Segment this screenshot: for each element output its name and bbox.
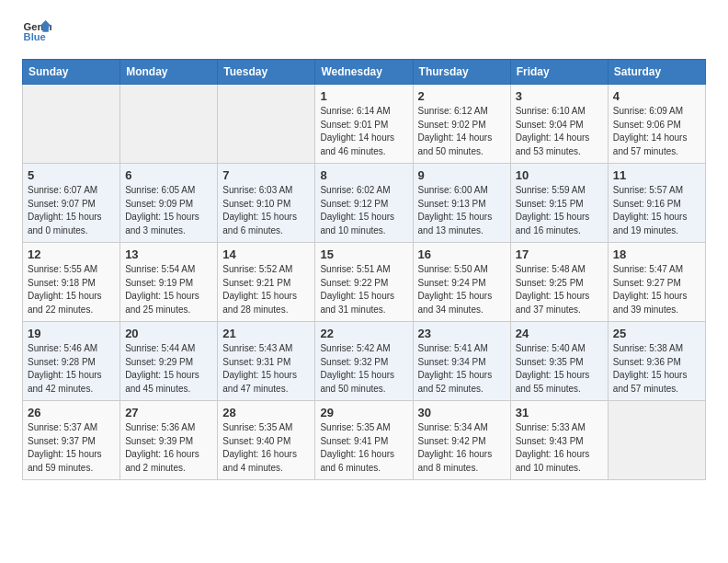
calendar-day-cell: 1Sunrise: 6:14 AM Sunset: 9:01 PM Daylig… xyxy=(315,85,413,164)
calendar-day-cell: 21Sunrise: 5:43 AM Sunset: 9:31 PM Dayli… xyxy=(218,322,315,401)
day-info: Sunrise: 5:46 AM Sunset: 9:28 PM Dayligh… xyxy=(28,342,115,396)
calendar-day-cell: 3Sunrise: 6:10 AM Sunset: 9:04 PM Daylig… xyxy=(510,85,608,164)
logo-icon: General Blue xyxy=(22,18,51,44)
day-info: Sunrise: 5:33 AM Sunset: 9:43 PM Dayligh… xyxy=(516,421,603,475)
day-info: Sunrise: 5:37 AM Sunset: 9:37 PM Dayligh… xyxy=(28,421,115,475)
day-info: Sunrise: 5:42 AM Sunset: 9:32 PM Dayligh… xyxy=(320,342,407,396)
calendar-week-row: 12Sunrise: 5:55 AM Sunset: 9:18 PM Dayli… xyxy=(23,243,706,322)
day-info: Sunrise: 5:38 AM Sunset: 9:36 PM Dayligh… xyxy=(613,342,700,396)
day-info: Sunrise: 5:50 AM Sunset: 9:24 PM Dayligh… xyxy=(418,263,506,316)
calendar-day-cell: 31Sunrise: 5:33 AM Sunset: 9:43 PM Dayli… xyxy=(510,401,608,480)
weekday-header-row: SundayMondayTuesdayWednesdayThursdayFrid… xyxy=(23,60,706,85)
calendar-day-cell: 14Sunrise: 5:52 AM Sunset: 9:21 PM Dayli… xyxy=(218,243,315,322)
calendar-week-row: 19Sunrise: 5:46 AM Sunset: 9:28 PM Dayli… xyxy=(23,322,706,401)
weekday-header-friday: Friday xyxy=(510,60,608,85)
day-number: 4 xyxy=(613,89,700,103)
day-number: 15 xyxy=(320,247,407,261)
day-info: Sunrise: 5:52 AM Sunset: 9:21 PM Dayligh… xyxy=(222,263,310,316)
day-info: Sunrise: 5:59 AM Sunset: 9:15 PM Dayligh… xyxy=(516,184,603,237)
day-info: Sunrise: 5:41 AM Sunset: 9:34 PM Dayligh… xyxy=(418,342,506,396)
weekday-header-sunday: Sunday xyxy=(23,60,120,85)
calendar-day-cell: 22Sunrise: 5:42 AM Sunset: 9:32 PM Dayli… xyxy=(315,322,413,401)
calendar-week-row: 1Sunrise: 6:14 AM Sunset: 9:01 PM Daylig… xyxy=(23,85,706,164)
calendar-day-cell: 26Sunrise: 5:37 AM Sunset: 9:37 PM Dayli… xyxy=(23,401,120,480)
day-info: Sunrise: 6:07 AM Sunset: 9:07 PM Dayligh… xyxy=(28,184,115,237)
day-info: Sunrise: 5:54 AM Sunset: 9:19 PM Dayligh… xyxy=(125,263,212,316)
calendar-day-cell: 6Sunrise: 6:05 AM Sunset: 9:09 PM Daylig… xyxy=(120,164,218,243)
calendar-day-cell: 20Sunrise: 5:44 AM Sunset: 9:29 PM Dayli… xyxy=(120,322,218,401)
calendar-day-cell: 7Sunrise: 6:03 AM Sunset: 9:10 PM Daylig… xyxy=(218,164,315,243)
day-number: 18 xyxy=(613,247,700,261)
day-info: Sunrise: 5:47 AM Sunset: 9:27 PM Dayligh… xyxy=(613,263,700,316)
day-info: Sunrise: 6:09 AM Sunset: 9:06 PM Dayligh… xyxy=(613,105,700,158)
weekday-header-saturday: Saturday xyxy=(608,60,705,85)
day-number: 21 xyxy=(222,327,310,340)
day-info: Sunrise: 5:34 AM Sunset: 9:42 PM Dayligh… xyxy=(418,421,506,475)
day-info: Sunrise: 5:35 AM Sunset: 9:41 PM Dayligh… xyxy=(320,421,407,475)
calendar-day-cell: 15Sunrise: 5:51 AM Sunset: 9:22 PM Dayli… xyxy=(315,243,413,322)
calendar-day-cell: 28Sunrise: 5:35 AM Sunset: 9:40 PM Dayli… xyxy=(218,401,315,480)
calendar-day-cell: 29Sunrise: 5:35 AM Sunset: 9:41 PM Dayli… xyxy=(315,401,413,480)
day-number: 26 xyxy=(28,406,115,419)
day-number: 2 xyxy=(418,89,506,103)
day-number: 25 xyxy=(613,327,700,340)
day-number: 9 xyxy=(418,168,506,182)
day-number: 24 xyxy=(516,327,603,340)
day-info: Sunrise: 5:44 AM Sunset: 9:29 PM Dayligh… xyxy=(125,342,212,396)
day-number: 16 xyxy=(418,247,506,261)
day-number: 13 xyxy=(125,247,212,261)
weekday-header-wednesday: Wednesday xyxy=(315,60,413,85)
day-info: Sunrise: 5:35 AM Sunset: 9:40 PM Dayligh… xyxy=(222,421,310,475)
page-header: General Blue xyxy=(22,18,706,44)
calendar-day-cell: 11Sunrise: 5:57 AM Sunset: 9:16 PM Dayli… xyxy=(608,164,705,243)
day-info: Sunrise: 6:05 AM Sunset: 9:09 PM Dayligh… xyxy=(125,184,212,237)
calendar-day-cell: 25Sunrise: 5:38 AM Sunset: 9:36 PM Dayli… xyxy=(608,322,705,401)
day-number: 22 xyxy=(320,327,407,340)
calendar-day-cell: 5Sunrise: 6:07 AM Sunset: 9:07 PM Daylig… xyxy=(23,164,120,243)
calendar-day-cell: 13Sunrise: 5:54 AM Sunset: 9:19 PM Dayli… xyxy=(120,243,218,322)
calendar-week-row: 26Sunrise: 5:37 AM Sunset: 9:37 PM Dayli… xyxy=(23,401,706,480)
day-info: Sunrise: 5:36 AM Sunset: 9:39 PM Dayligh… xyxy=(125,421,212,475)
calendar-day-cell xyxy=(120,85,218,164)
day-info: Sunrise: 5:55 AM Sunset: 9:18 PM Dayligh… xyxy=(28,263,115,316)
day-info: Sunrise: 5:40 AM Sunset: 9:35 PM Dayligh… xyxy=(516,342,603,396)
weekday-header-tuesday: Tuesday xyxy=(218,60,315,85)
day-info: Sunrise: 6:00 AM Sunset: 9:13 PM Dayligh… xyxy=(418,184,506,237)
day-number: 19 xyxy=(28,327,115,340)
day-info: Sunrise: 5:51 AM Sunset: 9:22 PM Dayligh… xyxy=(320,263,407,316)
calendar-day-cell: 9Sunrise: 6:00 AM Sunset: 9:13 PM Daylig… xyxy=(413,164,510,243)
day-info: Sunrise: 5:48 AM Sunset: 9:25 PM Dayligh… xyxy=(516,263,603,316)
day-number: 7 xyxy=(222,168,310,182)
day-number: 3 xyxy=(516,89,603,103)
calendar-week-row: 5Sunrise: 6:07 AM Sunset: 9:07 PM Daylig… xyxy=(23,164,706,243)
day-info: Sunrise: 6:02 AM Sunset: 9:12 PM Dayligh… xyxy=(320,184,407,237)
day-number: 10 xyxy=(516,168,603,182)
day-number: 23 xyxy=(418,327,506,340)
calendar-day-cell: 4Sunrise: 6:09 AM Sunset: 9:06 PM Daylig… xyxy=(608,85,705,164)
calendar-header: SundayMondayTuesdayWednesdayThursdayFrid… xyxy=(23,60,706,85)
day-number: 20 xyxy=(125,327,212,340)
calendar-day-cell: 18Sunrise: 5:47 AM Sunset: 9:27 PM Dayli… xyxy=(608,243,705,322)
calendar-day-cell: 2Sunrise: 6:12 AM Sunset: 9:02 PM Daylig… xyxy=(413,85,510,164)
day-number: 28 xyxy=(222,406,310,419)
day-number: 5 xyxy=(28,168,115,182)
calendar-day-cell: 19Sunrise: 5:46 AM Sunset: 9:28 PM Dayli… xyxy=(23,322,120,401)
day-info: Sunrise: 6:03 AM Sunset: 9:10 PM Dayligh… xyxy=(222,184,310,237)
calendar-table: SundayMondayTuesdayWednesdayThursdayFrid… xyxy=(22,59,706,480)
calendar-day-cell: 27Sunrise: 5:36 AM Sunset: 9:39 PM Dayli… xyxy=(120,401,218,480)
day-number: 30 xyxy=(418,406,506,419)
day-info: Sunrise: 5:43 AM Sunset: 9:31 PM Dayligh… xyxy=(222,342,310,396)
calendar-day-cell xyxy=(608,401,705,480)
day-info: Sunrise: 6:14 AM Sunset: 9:01 PM Dayligh… xyxy=(320,105,407,158)
logo: General Blue xyxy=(22,18,55,44)
calendar-day-cell: 24Sunrise: 5:40 AM Sunset: 9:35 PM Dayli… xyxy=(510,322,608,401)
calendar-day-cell xyxy=(218,85,315,164)
day-number: 14 xyxy=(222,247,310,261)
day-number: 27 xyxy=(125,406,212,419)
day-number: 1 xyxy=(320,89,407,103)
weekday-header-thursday: Thursday xyxy=(413,60,510,85)
day-number: 6 xyxy=(125,168,212,182)
day-info: Sunrise: 6:10 AM Sunset: 9:04 PM Dayligh… xyxy=(516,105,603,158)
day-number: 12 xyxy=(28,247,115,261)
day-number: 8 xyxy=(320,168,407,182)
